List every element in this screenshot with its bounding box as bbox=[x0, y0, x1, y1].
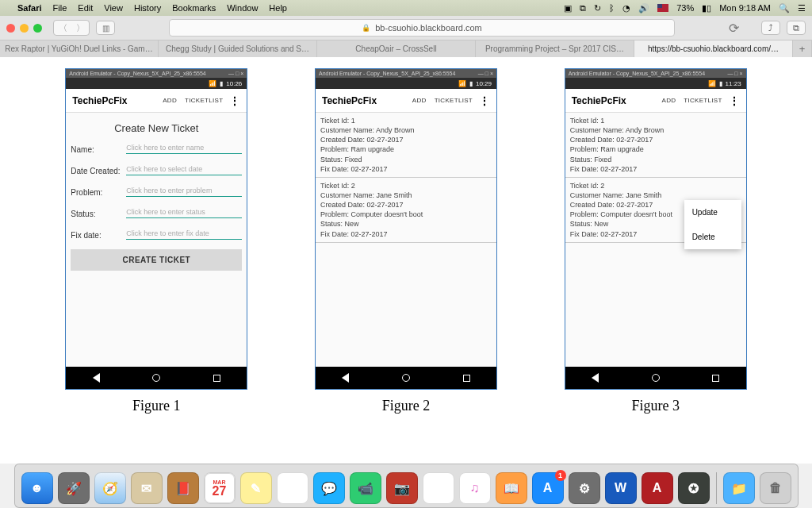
input-problem[interactable]: Click here to enter problem bbox=[126, 185, 242, 197]
ticket-line: Customer Name: Andy Brown bbox=[320, 125, 492, 135]
menubar-clock[interactable]: Mon 9:18 AM bbox=[719, 3, 771, 13]
dock-reminders[interactable]: ☑ bbox=[277, 472, 308, 504]
menu-file[interactable]: File bbox=[53, 3, 67, 13]
menu-edit[interactable]: Edit bbox=[78, 3, 93, 13]
dock-finder[interactable]: ☻ bbox=[21, 472, 53, 504]
tray-icon[interactable]: ▣ bbox=[564, 3, 572, 13]
app-title: TechiePcFix bbox=[572, 95, 654, 106]
tab-bar: Rex Raptor | YuGiOh! Duel Links - Gam… C… bbox=[0, 40, 812, 57]
menu-history[interactable]: History bbox=[134, 3, 161, 13]
dock-facetime[interactable]: 📹 bbox=[350, 472, 381, 504]
dock-acrobat[interactable]: A bbox=[642, 472, 673, 504]
dock-messages[interactable]: 💬 bbox=[313, 472, 345, 504]
sidebar-button[interactable]: ▥ bbox=[96, 21, 115, 35]
tab-2[interactable]: CheapOair – CrossSell bbox=[317, 40, 476, 57]
context-update[interactable]: Update bbox=[684, 200, 741, 225]
dock-calendar[interactable]: MAR 27 bbox=[204, 472, 236, 504]
android-recent-icon[interactable] bbox=[463, 375, 470, 382]
android-recent-icon[interactable] bbox=[712, 375, 719, 382]
ticket-card[interactable]: Ticket Id: 2 Customer Name: Jane Smith C… bbox=[316, 178, 496, 243]
figure-1-caption: Figure 1 bbox=[132, 398, 181, 414]
menu-help[interactable]: Help bbox=[269, 3, 287, 13]
action-ticketlist[interactable]: TICKETLIST bbox=[684, 97, 722, 104]
dock-downloads[interactable]: 📁 bbox=[723, 472, 755, 504]
dock-photobooth[interactable]: 📷 bbox=[386, 472, 418, 504]
action-add[interactable]: ADD bbox=[163, 97, 177, 104]
menu-bookmarks[interactable]: Bookmarks bbox=[172, 3, 216, 13]
menu-view[interactable]: View bbox=[104, 3, 123, 13]
tab-3[interactable]: Programming Project – Spr 2017 CIS… bbox=[476, 40, 634, 57]
dock-separator bbox=[716, 472, 717, 504]
bluetooth-icon[interactable]: ᛒ bbox=[609, 3, 615, 13]
share-button[interactable]: ⤴ bbox=[761, 21, 780, 35]
menu-window[interactable]: Window bbox=[227, 3, 258, 13]
dropbox-icon[interactable]: ⧉ bbox=[580, 3, 586, 13]
notification-icon[interactable]: ☰ bbox=[798, 3, 806, 13]
input-date[interactable]: Click here to select date bbox=[126, 164, 242, 175]
dock-launchpad[interactable]: 🚀 bbox=[58, 472, 90, 504]
tabs-button[interactable]: ⧉ bbox=[787, 21, 806, 35]
timemachine-icon[interactable]: ↻ bbox=[594, 3, 601, 13]
overflow-icon[interactable]: ⋮ bbox=[479, 94, 490, 107]
dock-contacts[interactable]: 📕 bbox=[167, 472, 199, 504]
android-back-icon[interactable] bbox=[592, 373, 599, 383]
dock-word[interactable]: W bbox=[605, 472, 637, 504]
reload-icon[interactable]: ⟳ bbox=[729, 21, 739, 36]
overflow-icon[interactable]: ⋮ bbox=[229, 94, 240, 107]
dock-android-studio[interactable]: ✪ bbox=[678, 472, 710, 504]
dock-safari[interactable]: 🧭 bbox=[94, 472, 126, 504]
minimize-icon[interactable] bbox=[20, 24, 29, 33]
android-home-icon[interactable] bbox=[402, 374, 410, 382]
forward-button[interactable]: 〉 bbox=[71, 21, 89, 35]
signal-icon: 📶 bbox=[708, 80, 716, 87]
emulator-title: Android Emulator - Copy_Nexus_5X_API_25_… bbox=[319, 71, 455, 76]
ticket-line: Status: New bbox=[320, 219, 492, 229]
url-bar[interactable]: 🔒 bb-csuohio.blackboard.com bbox=[169, 19, 675, 37]
tab-0[interactable]: Rex Raptor | YuGiOh! Duel Links - Gam… bbox=[0, 40, 159, 57]
ticket-card[interactable]: Ticket Id: 1 Customer Name: Andy Brown C… bbox=[565, 113, 746, 178]
new-tab-button[interactable]: + bbox=[793, 40, 812, 57]
dock: ☻ 🚀 🧭 ✉ 📕 MAR 27 ✎ ☑ 💬 📹 📷 ✿ ♫ 📖 A ⚙ W A… bbox=[0, 464, 812, 508]
dock-itunes[interactable]: ♫ bbox=[459, 472, 491, 504]
android-back-icon[interactable] bbox=[93, 373, 100, 383]
spotlight-icon[interactable]: 🔍 bbox=[779, 3, 790, 13]
emulator-title: Android Emulator - Copy_Nexus_5X_API_25_… bbox=[569, 71, 705, 76]
page-content: Android Emulator - Copy_Nexus_5X_API_25_… bbox=[0, 57, 812, 464]
tab-4[interactable]: https://bb-csuohio.blackboard.com/… bbox=[634, 40, 793, 57]
dock-appstore[interactable]: A bbox=[532, 472, 564, 504]
battery-icon[interactable]: ▮▯ bbox=[702, 3, 711, 13]
dock-ibooks[interactable]: 📖 bbox=[496, 472, 527, 504]
back-button[interactable]: 〈 bbox=[54, 21, 71, 35]
action-ticketlist[interactable]: TICKETLIST bbox=[185, 97, 223, 104]
android-back-icon[interactable] bbox=[342, 373, 349, 383]
dock-photos[interactable]: ✿ bbox=[423, 472, 454, 504]
action-ticketlist[interactable]: TICKETLIST bbox=[435, 97, 473, 104]
action-add[interactable]: ADD bbox=[662, 97, 676, 104]
ticket-line: Status: Fixed bbox=[570, 155, 741, 164]
dock-trash[interactable]: 🗑 bbox=[760, 472, 791, 504]
ticket-line: Customer Name: Jane Smith bbox=[320, 190, 492, 200]
zoom-icon[interactable] bbox=[33, 24, 42, 33]
create-ticket-button[interactable]: CREATE TICKET bbox=[71, 249, 242, 271]
ticket-card[interactable]: Ticket Id: 1 Customer Name: Andy Brown C… bbox=[316, 113, 496, 178]
figure-2-phone: Android Emulator - Copy_Nexus_5X_API_25_… bbox=[315, 68, 497, 390]
action-add[interactable]: ADD bbox=[412, 97, 427, 104]
wifi-icon[interactable]: ◔ bbox=[622, 3, 630, 13]
volume-icon[interactable]: 🔊 bbox=[638, 3, 649, 13]
android-recent-icon[interactable] bbox=[213, 375, 220, 382]
close-icon[interactable] bbox=[6, 24, 15, 33]
overflow-icon[interactable]: ⋮ bbox=[729, 94, 740, 107]
input-status[interactable]: Click here to enter status bbox=[126, 206, 242, 218]
dock-mail[interactable]: ✉ bbox=[131, 472, 163, 504]
android-home-icon[interactable] bbox=[652, 374, 660, 382]
context-delete[interactable]: Delete bbox=[684, 225, 741, 249]
label-date: Date Created: bbox=[71, 167, 126, 175]
input-fixdate[interactable]: Click here to enter fix date bbox=[126, 228, 242, 240]
flag-icon[interactable] bbox=[657, 4, 668, 12]
tab-1[interactable]: Chegg Study | Guided Solutions and S… bbox=[159, 40, 317, 57]
input-name[interactable]: Click here to enter name bbox=[126, 142, 242, 154]
dock-sysprefs[interactable]: ⚙ bbox=[569, 472, 600, 504]
dock-notes[interactable]: ✎ bbox=[240, 472, 272, 504]
menu-app[interactable]: Safari bbox=[17, 3, 42, 13]
android-home-icon[interactable] bbox=[152, 374, 160, 382]
